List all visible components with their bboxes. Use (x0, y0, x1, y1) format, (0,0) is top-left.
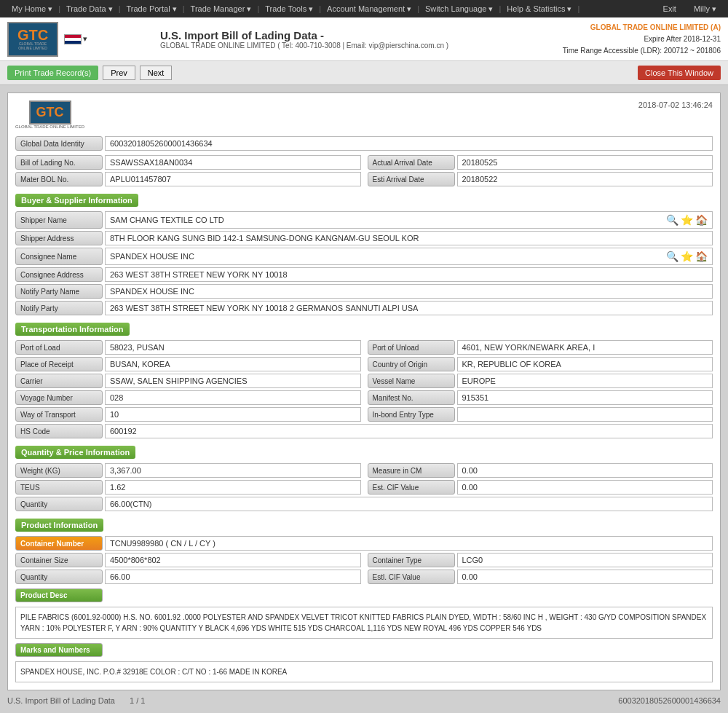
weight-value: 3,367.00 (105, 463, 361, 478)
consignee-name-value: SPANDEX HOUSE INC 🔍 ⭐ 🏠 (105, 248, 713, 265)
voyage-number-value: 028 (105, 390, 361, 405)
port-of-load-label: Port of Load (15, 340, 103, 355)
footer-page-info: 1 / 1 (130, 696, 145, 705)
vessel-name-label: Vessel Name (368, 374, 455, 388)
record-logo: GTC GLOBAL TRADE ONLINE LIMITED (15, 101, 84, 129)
carrier-label: Carrier (15, 374, 103, 388)
quantity-price-section: Quantity & Price Information Weight (KG)… (15, 446, 713, 511)
close-button-top[interactable]: Close This Window (638, 66, 721, 80)
shipper-address-label: Shipper Address (15, 231, 103, 245)
prev-button-top[interactable]: Prev (103, 66, 135, 80)
title-area: U.S. Import Bill of Lading Data - GLOBAL… (153, 29, 563, 50)
transportation-header: Transportation Information (15, 323, 130, 336)
manifest-no-label: Manifest No. (368, 390, 455, 405)
nav-item-exit[interactable]: Exit (657, 4, 682, 13)
consignee-name-row: Consignee Name SPANDEX HOUSE INC 🔍 ⭐ 🏠 (15, 248, 713, 265)
main-content: GTC GLOBAL TRADE ONLINE LIMITED 2018-07-… (0, 85, 728, 713)
nav-user[interactable]: Milly ▾ (688, 4, 722, 14)
nav-item-switch-language[interactable]: Switch Language ▾ (419, 4, 499, 14)
inbond-entry-label: In-bond Entry Type (368, 407, 455, 422)
home-icon-2[interactable]: 🏠 (695, 251, 708, 262)
notify-party-value: 263 WEST 38TH STREET NEW YORK NY 10018 2… (105, 301, 713, 315)
search-icon[interactable]: 🔍 (666, 214, 678, 226)
mater-bol-value: APLU011457807 (105, 172, 361, 186)
marks-numbers-area: Marks and Numbers SPANDEX HOUSE, INC. P.… (15, 643, 713, 682)
us-flag-icon (64, 34, 82, 44)
hs-code-row: HS Code 600192 (15, 424, 713, 438)
nav-item-trade-portal[interactable]: Trade Portal ▾ (121, 4, 183, 14)
consignee-address-row: Consignee Address 263 WEST 38TH STREET N… (15, 267, 713, 282)
marks-numbers-label: Marks and Numbers (15, 643, 103, 657)
quantity-value: 66.00(CTN) (105, 497, 713, 511)
record-footer-info: U.S. Import Bill of Lading Data 1 / 1 60… (7, 693, 721, 708)
logo-area: GTC GLOBAL TRADEONLINE LIMITED ▾ (7, 22, 153, 57)
voyage-number-label: Voyage Number (15, 390, 103, 405)
page-title: U.S. Import Bill of Lading Data - (160, 29, 563, 42)
inbond-entry-value (457, 407, 713, 422)
consignee-address-value: 263 WEST 38TH STREET NEW YORK NY 10018 (105, 267, 713, 282)
global-data-identity-label: Global Data Identity (15, 136, 103, 151)
nav-item-account-management[interactable]: Account Management ▾ (321, 4, 417, 14)
nav-item-trade-data[interactable]: Trade Data ▾ (60, 4, 119, 14)
bol-arrival-row: Bill of Lading No. SSAWSSAX18AN0034 Actu… (15, 155, 713, 170)
nav-item-trade-tools[interactable]: Trade Tools ▾ (259, 4, 319, 14)
home-icon[interactable]: 🏠 (695, 214, 708, 226)
company-subtitle: GLOBAL TRADE ONLINE LIMITED ( Tel: 400-7… (160, 42, 563, 50)
buyer-supplier-section: Buyer & Supplier Information Shipper Nam… (15, 194, 713, 315)
star-icon[interactable]: ⭐ (681, 214, 693, 226)
container-size-type-row: Container Size 4500*806*802 Container Ty… (15, 553, 713, 567)
container-size-value: 4500*806*802 (105, 553, 361, 567)
mater-bol-label: Mater BOL No. (15, 172, 103, 186)
shipper-address-value: 8TH FLOOR KANG SUNG BID 142-1 SAMSUNG-DO… (105, 231, 713, 245)
port-of-load-value: 58023, PUSAN (105, 340, 361, 355)
nav-item-help[interactable]: Help & Statistics ▾ (501, 4, 577, 14)
hs-code-label: HS Code (15, 424, 103, 438)
weight-measure-row: Weight (KG) 3,367.00 Measure in CM 0.00 (15, 463, 713, 478)
port-of-unload-value: 4601, NEW YORK/NEWARK AREA, I (457, 340, 713, 355)
star-icon-2[interactable]: ⭐ (681, 251, 693, 262)
print-button-top[interactable]: Print Trade Record(s) (7, 66, 98, 80)
flag-dropdown-icon[interactable]: ▾ (83, 34, 87, 44)
account-info: GLOBAL TRADE ONLINE LIMITED (A) Expire A… (563, 22, 721, 57)
consignee-icons: 🔍 ⭐ 🏠 (666, 251, 708, 262)
measure-cm-label: Measure in CM (368, 463, 455, 478)
time-range: Time Range Accessible (LDR): 200712 ~ 20… (563, 45, 721, 57)
place-country-row: Place of Receipt BUSAN, KOREA Country of… (15, 357, 713, 371)
esti-arrival-value: 20180522 (457, 172, 713, 186)
actual-arrival-value: 20180525 (457, 155, 713, 170)
place-of-receipt-label: Place of Receipt (15, 357, 103, 371)
notify-party-label: Notify Party (15, 301, 103, 315)
account-company: GLOBAL TRADE ONLINE LIMITED (A) (563, 22, 721, 34)
notify-party-name-row: Notify Party Name SPANDEX HOUSE INC (15, 284, 713, 299)
estcif-label: Est. CIF Value (368, 480, 455, 495)
port-of-unload-label: Port of Unload (368, 340, 455, 355)
country-of-origin-value: KR, REPUBLIC OF KOREA (457, 357, 713, 371)
container-number-value: TCNU9989980 ( CN / L / CY ) (105, 536, 713, 551)
nav-sep-8: | (577, 4, 579, 13)
buyer-supplier-header: Buyer & Supplier Information (15, 194, 138, 207)
search-icon-2[interactable]: 🔍 (666, 251, 678, 262)
vessel-name-value: EUROPE (457, 374, 713, 388)
container-number-label: Container Number (15, 536, 103, 551)
measure-cm-value: 0.00 (457, 463, 713, 478)
manifest-no-value: 915351 (457, 390, 713, 405)
actual-arrival-label: Actual Arrival Date (368, 155, 455, 170)
shipper-address-row: Shipper Address 8TH FLOOR KANG SUNG BID … (15, 231, 713, 245)
flag-selector[interactable]: ▾ (64, 34, 87, 44)
nav-item-my-home[interactable]: My Home ▾ (6, 4, 58, 14)
place-of-receipt-value: BUSAN, KOREA (105, 357, 361, 371)
logo-subtext: GLOBAL TRADEONLINE LIMITED (18, 42, 47, 50)
next-button-top[interactable]: Next (140, 66, 173, 80)
product-desc-area: Product Desc PILE FABRICS (6001.92-0000)… (15, 588, 713, 639)
way-inbond-row: Way of Transport 10 In-bond Entry Type (15, 407, 713, 422)
notify-party-name-value: SPANDEX HOUSE INC (105, 284, 713, 299)
weight-label: Weight (KG) (15, 463, 103, 478)
port-load-unload-row: Port of Load 58023, PUSAN Port of Unload… (15, 340, 713, 355)
container-type-value: LCG0 (457, 553, 713, 567)
quantity-row: Quantity 66.00(CTN) (15, 497, 713, 511)
transportation-section: Transportation Information Port of Load … (15, 323, 713, 438)
nav-item-trade-manager[interactable]: Trade Manager ▾ (185, 4, 258, 14)
logo-text: GTC (17, 28, 48, 42)
product-info-section: Product Information Container Number TCN… (15, 519, 713, 682)
action-bar-top: Print Trade Record(s) Prev Next Close Th… (0, 61, 728, 85)
